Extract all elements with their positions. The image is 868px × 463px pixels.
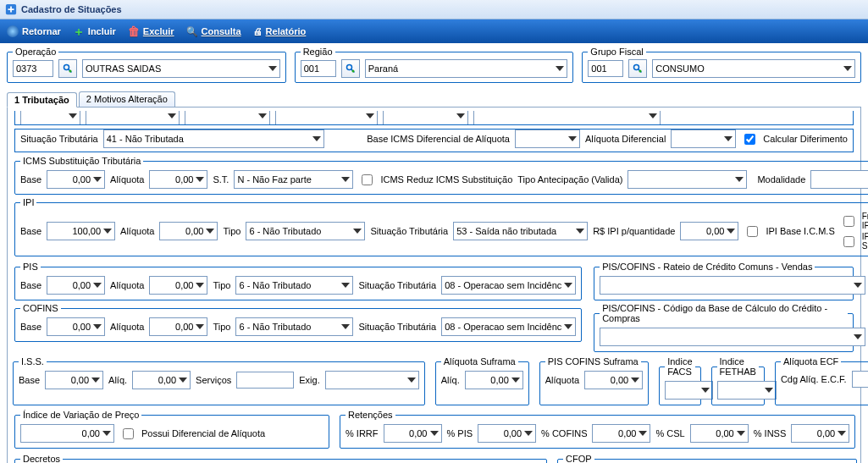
excluir-button[interactable]: 🗑 Excluir bbox=[128, 25, 174, 38]
pis-cofins-suframa-group: PIS COFINS Suframa Alíquota bbox=[539, 356, 649, 405]
iss-base[interactable] bbox=[45, 371, 103, 389]
pis-sit[interactable] bbox=[441, 276, 576, 295]
ipi-aliq[interactable] bbox=[159, 222, 218, 240]
cofins-aliq[interactable] bbox=[149, 317, 207, 336]
incluir-button[interactable]: ＋ Incluir bbox=[73, 25, 116, 37]
piscofins-vendas-select[interactable] bbox=[600, 276, 865, 295]
pct-irrf[interactable] bbox=[384, 424, 442, 443]
icms-sub-st-select[interactable] bbox=[234, 170, 353, 189]
cut-field-5[interactable] bbox=[383, 111, 468, 125]
cofins-group: COFINS Base Alíquota Tipo Situação Tribu… bbox=[14, 303, 582, 342]
calc-dif-label: Calcular Diferimento bbox=[763, 134, 848, 144]
aliq-suframa-group: Alíquota Suframa Alíq. bbox=[435, 356, 529, 405]
icms-sub-base[interactable] bbox=[47, 170, 105, 189]
cut-field-6[interactable] bbox=[473, 111, 661, 125]
grupo-code-input[interactable] bbox=[588, 60, 623, 77]
indice-facs-group: Indice FACS bbox=[659, 356, 700, 405]
iss-servicos[interactable] bbox=[236, 372, 294, 389]
indice-fethab[interactable] bbox=[717, 381, 777, 400]
svg-point-9 bbox=[639, 70, 642, 73]
tab-tributacao[interactable]: 1 Tributação bbox=[7, 92, 77, 107]
pis-cofins-suframa[interactable] bbox=[584, 371, 643, 389]
grupo-desc-select[interactable] bbox=[652, 59, 855, 78]
modalidade-select[interactable] bbox=[810, 170, 868, 189]
pis-base[interactable] bbox=[47, 276, 105, 295]
pct-pis[interactable] bbox=[478, 424, 536, 443]
pct-cofins[interactable] bbox=[592, 424, 650, 443]
ipi-base-icms-checkbox[interactable] bbox=[747, 226, 758, 237]
ipi-rs-input[interactable] bbox=[680, 222, 738, 240]
calc-dif-checkbox[interactable] bbox=[744, 134, 755, 145]
pis-tipo[interactable] bbox=[235, 276, 353, 295]
cfop-group: CFOP bbox=[557, 454, 857, 463]
cofins-sit[interactable] bbox=[441, 317, 576, 336]
search-icon: 🔍 bbox=[186, 26, 198, 37]
retornar-button[interactable]: Retornar bbox=[7, 25, 61, 37]
icms-sub-aliq[interactable] bbox=[149, 170, 207, 189]
relatorio-button[interactable]: 🖨 Relatório bbox=[253, 26, 307, 36]
operacao-group: Operação bbox=[7, 47, 286, 83]
iss-group: I.S.S. Base Alíq. Serviços Exig. bbox=[13, 356, 425, 405]
piscofins-compras-select[interactable] bbox=[600, 328, 865, 346]
ipi-base[interactable] bbox=[47, 222, 115, 240]
svg-point-1 bbox=[64, 65, 69, 70]
window-titlebar: Cadastro de Situações bbox=[0, 0, 868, 19]
pct-inss[interactable] bbox=[791, 424, 849, 443]
sit-trib-label: Situação Tributária bbox=[20, 134, 98, 144]
regiao-desc-select[interactable] bbox=[365, 59, 568, 78]
indice-facs[interactable] bbox=[665, 381, 712, 400]
cut-field-2[interactable] bbox=[86, 111, 180, 125]
aliq-dif-label: Alíquota Diferencial bbox=[585, 134, 666, 144]
base-icms-dif-label: Base ICMS Diferencial de Alíquota bbox=[367, 134, 510, 144]
aliq-suframa[interactable] bbox=[465, 371, 523, 389]
operacao-desc-select[interactable] bbox=[82, 59, 280, 78]
ipi-tipo-select[interactable] bbox=[246, 222, 365, 240]
ipi-base-sub-checkbox[interactable] bbox=[843, 236, 854, 247]
indice-fethab-group: Indice FETHAB bbox=[711, 356, 765, 405]
sit-trib-row: Situação Tributária Base ICMS Diferencia… bbox=[14, 129, 854, 152]
iss-exig[interactable] bbox=[325, 371, 419, 389]
cut-field-3[interactable] bbox=[185, 111, 270, 125]
app-icon bbox=[5, 3, 17, 15]
icms-sub-group: ICMS Substituição Tributária Base Alíquo… bbox=[14, 156, 868, 195]
cofins-base[interactable] bbox=[47, 317, 105, 336]
consulta-button[interactable]: 🔍 Consulta bbox=[186, 26, 241, 37]
tab-motivos[interactable]: 2 Motivos Alteração bbox=[79, 91, 175, 107]
ipi-group: IPI Base Alíquota Tipo Situação Tributár… bbox=[14, 197, 868, 256]
possui-dif-checkbox[interactable] bbox=[123, 428, 134, 439]
cut-field-4[interactable] bbox=[275, 111, 378, 125]
regiao-group: Região bbox=[295, 47, 574, 83]
cut-field-1[interactable] bbox=[20, 111, 80, 125]
pis-group: PIS Base Alíquota Tipo Situação Tributár… bbox=[14, 262, 582, 300]
tabstrip: 1 Tributação 2 Motivos Alteração bbox=[7, 91, 861, 107]
piscofins-compras-group: PIS/COFINS - Código da Base de Cálculo d… bbox=[594, 303, 854, 352]
cofins-tipo[interactable] bbox=[235, 317, 353, 336]
operacao-lookup-button[interactable] bbox=[58, 59, 77, 78]
icms-reduz-checkbox[interactable] bbox=[362, 174, 373, 185]
aliq-ecf-input[interactable] bbox=[852, 371, 868, 388]
operacao-code-input[interactable] bbox=[13, 60, 53, 77]
svg-point-6 bbox=[351, 70, 354, 73]
retencoes-group: Retenções % IRRF % PIS % COFINS % CSL % … bbox=[340, 410, 855, 449]
grupo-lookup-button[interactable] bbox=[628, 59, 647, 78]
aliq-ecf-group: Alíquota ECF Cdg Alíq. E.C.F. bbox=[775, 356, 868, 405]
tab-panel: Situação Tributária Base ICMS Diferencia… bbox=[7, 107, 861, 463]
iss-aliq[interactable] bbox=[132, 371, 191, 389]
indice-var-input[interactable] bbox=[20, 424, 114, 443]
printer-icon: 🖨 bbox=[253, 26, 263, 36]
sit-trib-select[interactable] bbox=[103, 130, 324, 148]
indice-var-preco-group: Índice de Variação de Preço Possui Difer… bbox=[14, 410, 329, 449]
main-toolbar: Retornar ＋ Incluir 🗑 Excluir 🔍 Consulta … bbox=[0, 19, 868, 43]
svg-point-3 bbox=[69, 70, 72, 73]
pis-aliq[interactable] bbox=[149, 276, 207, 295]
pct-csl[interactable] bbox=[690, 424, 749, 443]
aliq-dif-select[interactable] bbox=[671, 130, 736, 148]
base-icms-dif-select[interactable] bbox=[515, 130, 580, 148]
regiao-lookup-button[interactable] bbox=[341, 59, 360, 78]
svg-point-7 bbox=[634, 65, 639, 70]
tipo-antecip-select[interactable] bbox=[628, 170, 747, 189]
ipi-sit-select[interactable] bbox=[453, 222, 588, 240]
frete-base-ipi-checkbox[interactable] bbox=[843, 216, 854, 227]
grupo-fiscal-group: Grupo Fiscal bbox=[582, 47, 861, 83]
regiao-code-input[interactable] bbox=[301, 60, 336, 77]
